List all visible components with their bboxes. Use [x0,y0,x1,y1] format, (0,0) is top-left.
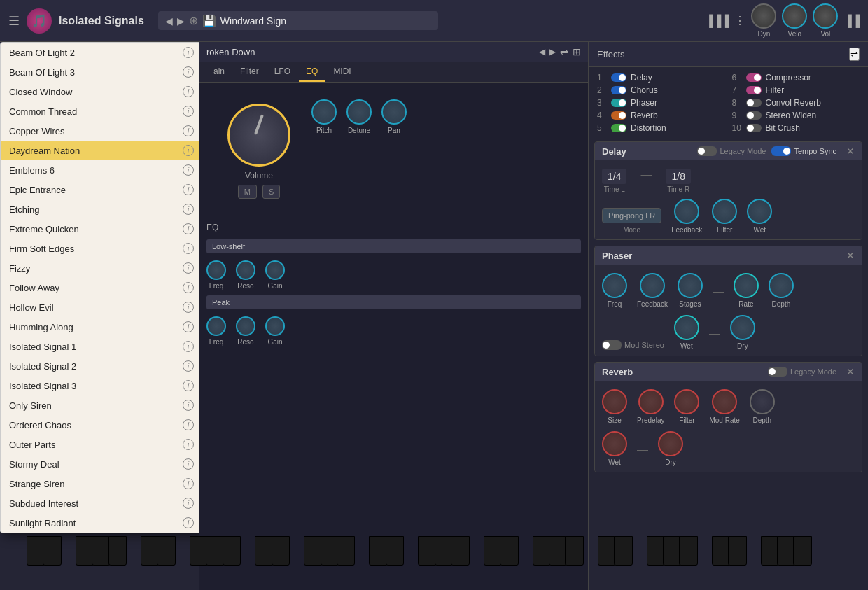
next-preset-button[interactable]: ▶ [177,15,185,27]
ping-pong-lr-button[interactable]: Ping-pong LR [602,208,662,223]
dropdown-item-sunlight-radiant[interactable]: Sunlight Radianti [1,513,202,533]
delay-close-button[interactable]: ✕ [846,146,855,157]
reverb-mod-rate-knob[interactable] [712,389,737,414]
phaser-mod-stereo[interactable]: Mod Stereo [602,340,664,350]
dropdown-item-stormy-deal[interactable]: Stormy Deali [1,454,202,474]
black-key-9[interactable] [223,536,241,566]
delay-tempo-sync[interactable]: Tempo Sync [771,146,836,156]
info-icon-20[interactable]: i [183,439,194,450]
black-key-6[interactable] [157,536,176,566]
volume-knob[interactable] [227,104,290,167]
info-icon-18[interactable]: i [183,400,194,411]
velo-knob[interactable] [782,3,807,29]
reverb-close-button[interactable]: ✕ [846,366,855,377]
prev-preset-button[interactable]: ◀ [165,15,173,27]
eq-band2-gain-knob[interactable] [265,316,285,336]
stereo-widen-toggle[interactable] [746,111,762,120]
phaser-rate-knob[interactable] [734,273,759,298]
info-icon-22[interactable]: i [183,478,194,489]
phaser-dry-knob[interactable] [730,315,755,340]
delay-wet-knob[interactable] [747,199,772,224]
black-key-16[interactable] [386,536,405,566]
dropdown-item-only-siren[interactable]: Only Sireni [1,395,202,415]
black-key-1[interactable] [43,536,62,566]
reverb-dry-knob[interactable] [658,431,683,456]
dropdown-item-copper-wires[interactable]: Copper Wiresi [1,121,202,141]
reverb-depth-knob[interactable] [750,389,775,414]
black-key-19[interactable] [451,536,470,566]
info-icon-3[interactable]: i [183,106,194,117]
tab-eq[interactable]: EQ [299,62,325,82]
reverb-toggle[interactable] [611,111,626,120]
dropdown-item-epic-entrance[interactable]: Epic Entrancei [1,180,202,199]
dropdown-item-isolated-signal-1[interactable]: Isolated Signal 1i [1,337,202,356]
more-options-button[interactable]: ⋮ [734,14,746,27]
delay-toggle[interactable] [611,73,626,82]
distortion-toggle[interactable] [611,124,626,132]
info-icon-4[interactable]: i [183,125,194,136]
eq-band2-reso-knob[interactable] [236,316,255,336]
eq-band2-freq-knob[interactable] [206,316,226,336]
eq-band1-reso-knob[interactable] [236,260,255,280]
black-key-34[interactable] [793,536,812,566]
bit-crush-toggle[interactable] [746,124,762,132]
reverb-size-knob[interactable] [602,389,627,414]
dropdown-item-firm-soft-edges[interactable]: Firm Soft Edgesi [1,239,202,258]
dropdown-item-closed-window[interactable]: Closed Windowi [1,82,202,101]
black-key-21[interactable] [500,536,519,566]
info-icon-24[interactable]: i [183,517,194,528]
black-key-11[interactable] [272,536,290,566]
dropdown-item-emblems-6[interactable]: Emblems 6i [1,160,202,180]
delay-time-r-value[interactable]: 1/8 [666,169,690,184]
black-key-24[interactable] [565,536,584,566]
tab-midi[interactable]: MIDI [326,62,358,82]
phaser-toggle[interactable] [611,99,626,107]
dropdown-item-humming-along[interactable]: Humming Alongi [1,317,202,337]
dropdown-item-ordered-chaos[interactable]: Ordered Chaosi [1,415,202,435]
center-shuffle-button[interactable]: ⇌ [560,46,568,57]
dropdown-item-strange-siren[interactable]: Strange Sireni [1,474,202,493]
phaser-wet-knob[interactable] [674,315,699,340]
black-key-14[interactable] [337,536,356,566]
dropdown-item-subdued-interest[interactable]: Subdued Interesti [1,493,202,513]
black-key-3[interactable] [92,536,111,566]
dropdown-item-follow-away[interactable]: Follow Awayi [1,278,202,297]
filter-toggle[interactable] [746,86,762,94]
info-icon-11[interactable]: i [183,262,194,274]
info-icon-0[interactable]: i [183,47,194,58]
play-button[interactable]: ▐▐ [844,15,860,27]
tab-lfo[interactable]: LFO [267,62,298,82]
center-next-button[interactable]: ▶ [550,47,556,57]
convol-reverb-toggle[interactable] [746,99,762,107]
dropdown-item-extreme-quicken[interactable]: Extreme Quickeni [1,219,202,239]
info-icon-12[interactable]: i [183,282,194,293]
phaser-depth-knob[interactable] [769,273,794,298]
black-key-10[interactable] [255,536,274,566]
dyn-knob[interactable] [751,3,776,29]
phaser-stages-knob[interactable] [678,273,703,298]
eq-band1-freq-knob[interactable] [206,260,226,280]
reverb-legacy-toggle[interactable]: Legacy Mode [768,367,836,377]
info-icon-15[interactable]: i [183,341,194,352]
pan-knob[interactable] [382,99,407,125]
delay-legacy-toggle[interactable]: Legacy Mode [697,146,766,156]
info-icon-9[interactable]: i [183,223,194,234]
m-button[interactable]: M [238,185,257,199]
black-key-12[interactable] [304,536,323,566]
info-icon-6[interactable]: i [183,164,194,176]
info-icon-13[interactable]: i [183,302,194,313]
compressor-toggle[interactable] [746,73,762,82]
eq-band1-gain-knob[interactable] [265,260,285,280]
black-key-29[interactable] [679,536,698,566]
dropdown-item-daydream-nation[interactable]: Daydream Nationi [1,141,202,160]
dropdown-item-etching[interactable]: Etchingi [1,199,202,219]
info-icon-17[interactable]: i [183,380,194,391]
black-key-4[interactable] [108,536,127,566]
s-button[interactable]: S [262,185,280,199]
center-close-button[interactable]: ⊞ [573,46,581,57]
tab-filter[interactable]: Filter [233,62,266,82]
info-icon-7[interactable]: i [183,184,194,195]
reverb-filter-knob[interactable] [674,389,699,414]
vol-knob[interactable] [813,3,838,29]
dropdown-item-isolated-signal-2[interactable]: Isolated Signal 2i [1,356,202,376]
